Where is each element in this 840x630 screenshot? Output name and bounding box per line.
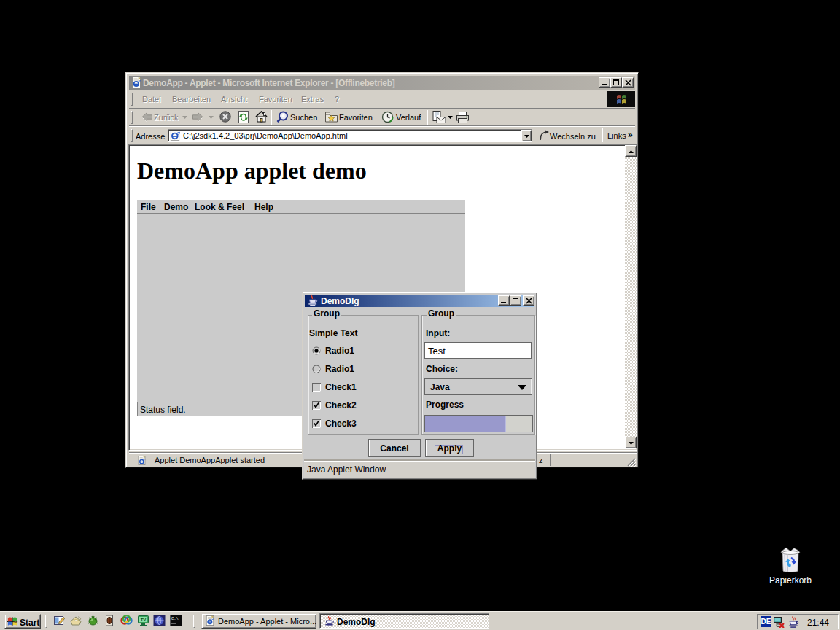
- svg-text:C:\: C:\: [171, 616, 179, 621]
- svg-text:TV: TV: [141, 618, 147, 622]
